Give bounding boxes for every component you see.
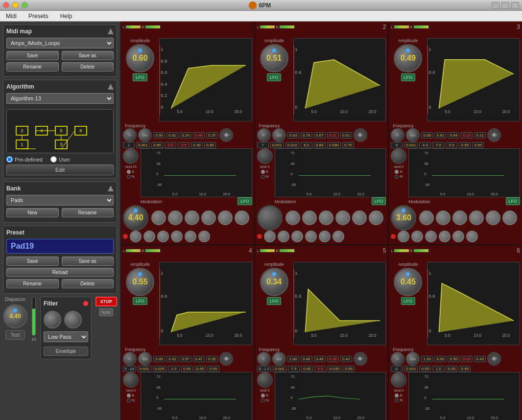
op6-amp-knob[interactable]: 0.45 (394, 268, 422, 296)
op1-sk4[interactable] (201, 210, 216, 225)
bank-toggle[interactable] (108, 186, 114, 191)
op2-sk3[interactable] (319, 210, 333, 225)
op1-lfo-btn[interactable]: LFO (133, 73, 147, 81)
op3-det-knob[interactable]: det (406, 128, 420, 142)
op2-sk12[interactable] (332, 231, 344, 242)
op5-f-knob[interactable]: F (257, 352, 271, 366)
op2-sk4[interactable] (335, 210, 350, 225)
op2-main-knob[interactable] (257, 205, 283, 231)
bank-select[interactable]: Pads (6, 195, 114, 206)
op5-amp-knob[interactable]: 0.34 (260, 268, 288, 296)
op1-status-k2[interactable] (143, 231, 155, 242)
op1-det-knob[interactable]: det (138, 128, 152, 142)
win-btns[interactable]: _ □ × (492, 2, 519, 9)
op2-mod-lfo[interactable]: LFO (372, 197, 386, 205)
preset-save-btn[interactable]: Save (6, 257, 59, 266)
midi-delete-btn[interactable]: Delete (62, 62, 114, 71)
minimize-button[interactable] (12, 2, 19, 8)
op2-sk6[interactable] (369, 210, 383, 225)
op5-eye-knob[interactable]: 👁 (354, 352, 367, 366)
op1-sk5[interactable] (218, 210, 233, 225)
op3-sk9[interactable] (425, 231, 437, 242)
op1-sk6[interactable] (235, 210, 249, 225)
op4-lfo-btn[interactable]: LFO (133, 297, 147, 305)
op4-eye-knob[interactable]: 👁 (219, 352, 233, 366)
op6-lfo-btn[interactable]: LFO (401, 297, 416, 305)
op3-rand-knob[interactable] (391, 148, 406, 164)
op1-sk3[interactable] (185, 210, 199, 225)
op2-sk8[interactable] (278, 231, 289, 242)
menu-midi[interactable]: Midi (4, 12, 19, 21)
op3-sk10[interactable] (439, 231, 451, 242)
op3-eye-knob[interactable]: 👁 (487, 128, 501, 142)
op1-status-k5[interactable] (185, 231, 196, 242)
op4-f-knob[interactable]: F (123, 352, 137, 366)
preset-delete-btn[interactable]: Delete (62, 279, 114, 288)
op1-status-k3[interactable] (157, 231, 169, 242)
op3-sk12[interactable] (466, 231, 478, 242)
algorithm-select[interactable]: Algorithm 13 (6, 93, 114, 104)
op5-lfo-btn[interactable]: LFO (267, 297, 282, 305)
op1-sk1[interactable] (151, 210, 166, 225)
midi-map-toggle[interactable] (108, 28, 114, 34)
bank-rename-btn[interactable]: Rename (62, 208, 114, 217)
op1-eye-knob[interactable]: 👁 (219, 128, 233, 142)
menu-presets[interactable]: Presets (26, 12, 50, 21)
op3-sk8[interactable] (411, 231, 423, 242)
op3-f-knob[interactable]: F (391, 128, 404, 142)
bank-new-btn[interactable]: New (6, 208, 59, 217)
op3-sk3[interactable] (452, 210, 467, 225)
op2-eye-knob[interactable]: 👁 (354, 128, 367, 142)
op3-sk2[interactable] (436, 210, 451, 225)
op1-amp-knob[interactable]: 0.60 (126, 44, 154, 72)
op5-det-knob[interactable]: det (272, 352, 286, 366)
op2-sk1[interactable] (285, 210, 300, 225)
edit-btn[interactable]: Edit (6, 164, 114, 175)
op2-sk2[interactable] (302, 210, 317, 225)
op3-amp-knob[interactable]: 0.49 (394, 44, 422, 72)
preset-reload-btn[interactable]: Reload (6, 268, 114, 277)
op3-sk5[interactable] (486, 210, 500, 225)
op2-lfo-btn[interactable]: LFO (267, 73, 282, 81)
maximize-button[interactable] (22, 2, 28, 8)
window-controls[interactable] (3, 2, 28, 8)
win-btn-1[interactable]: _ (492, 2, 499, 9)
win-btn-2[interactable]: □ (501, 2, 509, 9)
midi-saveas-btn[interactable]: Save as (62, 51, 114, 60)
op4-amp-knob[interactable]: 0.55 (126, 268, 154, 296)
op6-eye-knob[interactable]: 👁 (487, 352, 501, 366)
note-btn[interactable]: Note (99, 308, 113, 316)
op6-f-knob[interactable]: F (391, 352, 404, 366)
op1-mod-lfo[interactable]: LFO (237, 197, 252, 205)
op6-rand-knob[interactable] (391, 372, 406, 388)
op4-rand-knob[interactable] (123, 372, 139, 388)
op1-sk2[interactable] (168, 210, 183, 225)
op2-sk5[interactable] (352, 210, 367, 225)
filter-knob-1[interactable] (44, 311, 61, 328)
op2-sk9[interactable] (291, 231, 303, 242)
op1-status-k4[interactable] (171, 231, 183, 242)
op6-det-knob[interactable]: det (406, 352, 420, 366)
preset-saveas-btn[interactable]: Save as (62, 257, 114, 266)
op2-rand-knob[interactable] (257, 148, 273, 164)
op1-status-k1[interactable] (130, 231, 142, 242)
op2-det-knob[interactable]: det (272, 128, 286, 142)
midi-map-select[interactable]: Amps_IMods_Loops (6, 38, 114, 48)
radio-predefined[interactable]: Pre-defined (6, 156, 43, 163)
op1-rand-knob[interactable] (123, 148, 139, 164)
algorithm-toggle[interactable] (108, 84, 114, 90)
filter-red-dot[interactable] (83, 301, 88, 306)
op2-sk10[interactable] (305, 231, 317, 242)
op3-sk4[interactable] (469, 210, 484, 225)
radio-user[interactable]: User (50, 156, 70, 163)
envelope-btn[interactable]: Envelope (44, 347, 88, 356)
diapason-knob[interactable]: 4.40 (3, 304, 27, 328)
panic-btn[interactable]: STOP (95, 297, 117, 306)
win-btn-3[interactable]: × (511, 2, 519, 9)
test-btn[interactable]: Test (5, 330, 25, 340)
op2-sk11[interactable] (319, 231, 331, 242)
op5-rand-knob[interactable] (257, 372, 273, 388)
preset-rename-btn[interactable]: Rename (6, 279, 59, 288)
op3-sk6[interactable] (502, 210, 517, 225)
menu-help[interactable]: Help (58, 12, 74, 21)
